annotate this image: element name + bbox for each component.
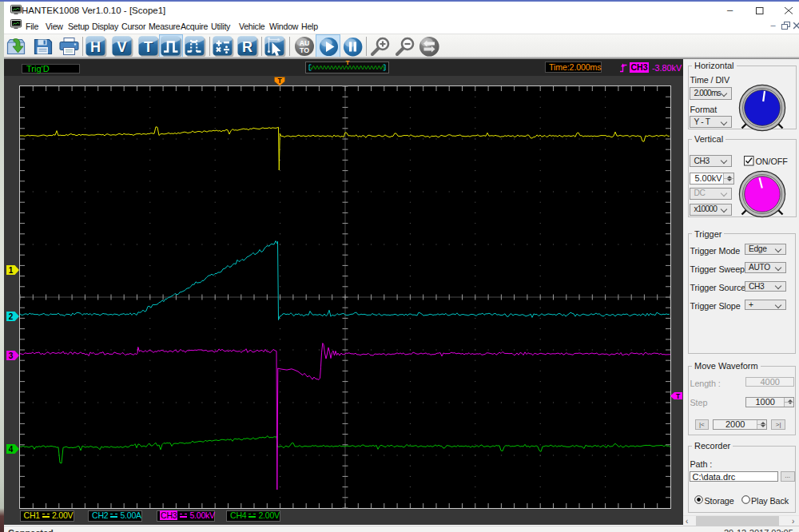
svg-text:TO: TO: [300, 46, 309, 54]
svg-text:T: T: [346, 59, 350, 66]
svg-text:T: T: [277, 77, 282, 85]
svg-text:V: V: [117, 39, 126, 55]
svg-text:3: 3: [9, 351, 14, 360]
svg-text:T: T: [676, 392, 681, 400]
svg-text:4: 4: [9, 445, 14, 454]
svg-text:T: T: [144, 39, 153, 55]
svg-text:1: 1: [9, 266, 14, 275]
svg-text:H: H: [90, 39, 101, 55]
svg-text:R: R: [242, 39, 252, 55]
svg-text:2: 2: [9, 312, 14, 321]
